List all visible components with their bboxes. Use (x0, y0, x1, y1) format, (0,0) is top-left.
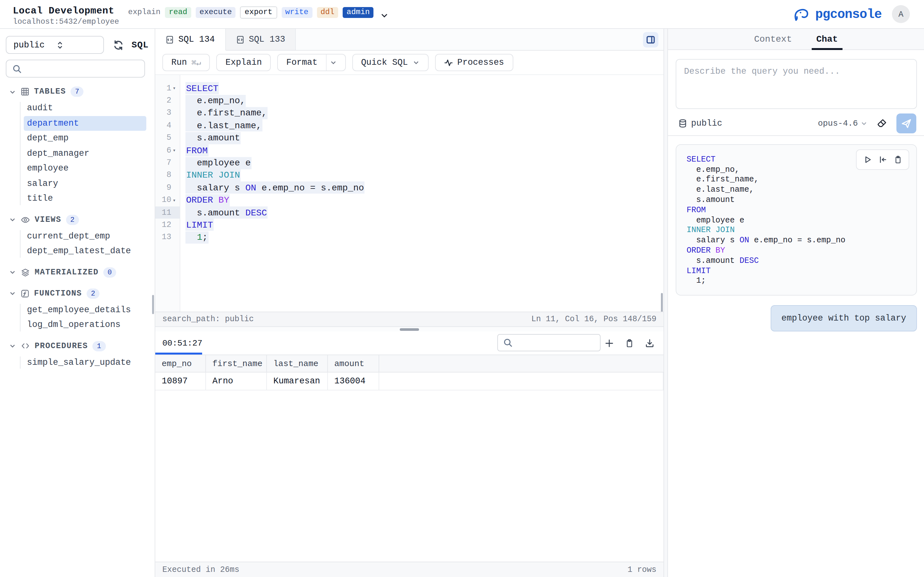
send-button[interactable] (897, 113, 916, 133)
model-select[interactable]: opus-4.6 (818, 118, 867, 128)
tree-item-get_employee_details[interactable]: get_employee_details (24, 302, 146, 318)
gutter-line-4[interactable]: 4 (155, 119, 180, 132)
refresh-icon[interactable] (113, 39, 124, 50)
cell-last_name[interactable]: Kumaresan (267, 372, 328, 390)
gutter-line-1[interactable]: 1▾ (155, 82, 180, 95)
code-line-11[interactable]: s.amount DESC (186, 206, 664, 219)
code-line-6[interactable]: FROM (186, 144, 664, 157)
tab-chat[interactable]: Chat (816, 29, 838, 50)
add-tab-icon[interactable] (604, 338, 614, 348)
tree-item-salary[interactable]: salary (24, 176, 146, 191)
explain-button[interactable]: Explain (216, 54, 271, 71)
chevron-down-icon[interactable] (9, 269, 16, 276)
tree-item-current_dept_emp[interactable]: current_dept_emp (24, 229, 146, 243)
chevron-down-icon[interactable] (9, 342, 16, 350)
column-header-last_name[interactable]: last_name (267, 355, 328, 372)
gutter-line-8[interactable]: 8 (155, 169, 180, 181)
code-line-1[interactable]: SELECT (186, 82, 664, 95)
code-line-2[interactable]: e.emp_no, (186, 95, 664, 107)
run-sql-icon[interactable] (863, 155, 872, 164)
column-header-first_name[interactable]: first_name (206, 355, 267, 372)
quick-sql-button[interactable]: Quick SQL (352, 54, 428, 71)
gutter-line-7[interactable]: 7 (155, 157, 180, 169)
results-search-input[interactable] (517, 338, 587, 348)
copy-sql-icon[interactable] (894, 155, 902, 164)
editor-code[interactable]: SELECT e.emp_no, e.first_name, e.last_na… (180, 75, 664, 311)
sql-mode-label[interactable]: SQL (132, 40, 149, 50)
sql-editor[interactable]: 1▾23456▾78910▾111213 SELECT e.emp_no, e.… (155, 75, 664, 311)
tree-section-functions[interactable]: FUNCTIONS2 (0, 285, 155, 301)
run-button[interactable]: Run ⌘↵ (162, 54, 210, 71)
processes-button[interactable]: Processes (435, 54, 513, 71)
table-row[interactable]: 10897ArnoKumaresan136004 (155, 372, 664, 390)
code-line-3[interactable]: e.first_name, (186, 107, 664, 119)
column-header-filler (379, 355, 664, 372)
tab-sql-133[interactable]: SQL 133 (226, 29, 296, 50)
cell-emp_no[interactable]: 10897 (155, 372, 206, 390)
code-line-8[interactable]: INNER JOIN (186, 169, 664, 181)
sidebar-scrollbar[interactable] (152, 295, 154, 314)
sidebar-search-input[interactable] (26, 64, 139, 73)
tree-item-employee[interactable]: employee (24, 161, 146, 176)
copy-results-icon[interactable] (625, 338, 634, 348)
chevron-down-icon[interactable] (380, 11, 389, 19)
code-line-9[interactable]: salary s ON e.emp_no = s.emp_no (186, 181, 664, 194)
schema-context-chip[interactable]: public (676, 118, 722, 128)
download-results-icon[interactable] (645, 338, 654, 348)
chevron-down-icon[interactable] (9, 88, 16, 95)
chevron-down-icon[interactable] (9, 216, 16, 223)
code-line-10[interactable]: ORDER BY (186, 194, 664, 206)
sidebar-search[interactable] (6, 60, 145, 77)
editor-scrollbar[interactable] (661, 293, 663, 311)
tree-item-dept_emp_latest_date[interactable]: dept_emp_latest_date (24, 243, 146, 259)
gutter-line-13[interactable]: 13 (155, 231, 180, 243)
tree-item-title[interactable]: title (24, 191, 146, 206)
fold-arrow-icon[interactable]: ▾ (171, 85, 177, 91)
tree-item-dept_emp[interactable]: dept_emp (24, 131, 146, 146)
gutter-line-10[interactable]: 10▾ (155, 194, 180, 206)
code-line-12[interactable]: LIMIT (186, 219, 664, 231)
format-button[interactable]: Format (277, 54, 346, 71)
code-line-4[interactable]: e.last_name, (186, 119, 664, 132)
tree-section-procedures[interactable]: PROCEDURES1 (0, 338, 155, 354)
connection-info[interactable]: Local Development localhost:5432/employe… (0, 2, 389, 27)
gutter-line-11[interactable]: 11 (155, 206, 180, 219)
results-timer-tab[interactable]: 00:51:27 (162, 338, 202, 348)
fold-arrow-icon[interactable]: ▾ (171, 197, 177, 203)
column-header-emp_no[interactable]: emp_no (155, 355, 206, 372)
tree-item-audit[interactable]: audit (24, 101, 146, 116)
tree-section-tables[interactable]: TABLES7 (0, 84, 155, 99)
panel-splitter[interactable] (155, 327, 664, 332)
schema-select[interactable]: public (6, 36, 104, 54)
tab-sql-134[interactable]: SQL 134 (155, 29, 226, 51)
tree-item-simple_salary_update[interactable]: simple_salary_update (24, 355, 146, 370)
code-line-5[interactable]: s.amount (186, 132, 664, 144)
column-header-amount[interactable]: amount (328, 355, 379, 372)
gutter-line-9[interactable]: 9 (155, 181, 180, 194)
gutter-line-6[interactable]: 6▾ (155, 144, 180, 157)
code-line-13[interactable]: 1; (186, 231, 664, 243)
tree-section-views[interactable]: VIEWS2 (0, 212, 155, 227)
user-avatar[interactable]: A (892, 5, 910, 23)
gutter-line-5[interactable]: 5 (155, 132, 180, 144)
tree-item-dept_manager[interactable]: dept_manager (24, 146, 146, 161)
results-search[interactable] (497, 334, 601, 351)
split-panel-button[interactable] (643, 32, 658, 47)
fold-arrow-icon[interactable]: ▾ (171, 147, 177, 153)
cell-first_name[interactable]: Arno (206, 372, 267, 390)
tree-section-materialized[interactable]: MATERIALIZED0 (0, 264, 155, 280)
gutter-line-12[interactable]: 12 (155, 219, 180, 231)
tab-context[interactable]: Context (754, 29, 792, 50)
gutter-line-2[interactable]: 2 (155, 95, 180, 107)
chat-input[interactable] (676, 59, 917, 109)
tree-item-department[interactable]: department (24, 116, 146, 131)
drag-handle[interactable] (400, 328, 419, 331)
cell-amount[interactable]: 136004 (328, 372, 379, 390)
insert-sql-icon[interactable] (879, 155, 887, 164)
chevron-down-icon[interactable] (330, 59, 336, 66)
chevron-down-icon[interactable] (9, 290, 16, 297)
gutter-line-3[interactable]: 3 (155, 107, 180, 119)
clear-chat-icon[interactable] (877, 118, 887, 129)
code-line-7[interactable]: employee e (186, 157, 664, 169)
tree-item-log_dml_operations[interactable]: log_dml_operations (24, 318, 146, 332)
